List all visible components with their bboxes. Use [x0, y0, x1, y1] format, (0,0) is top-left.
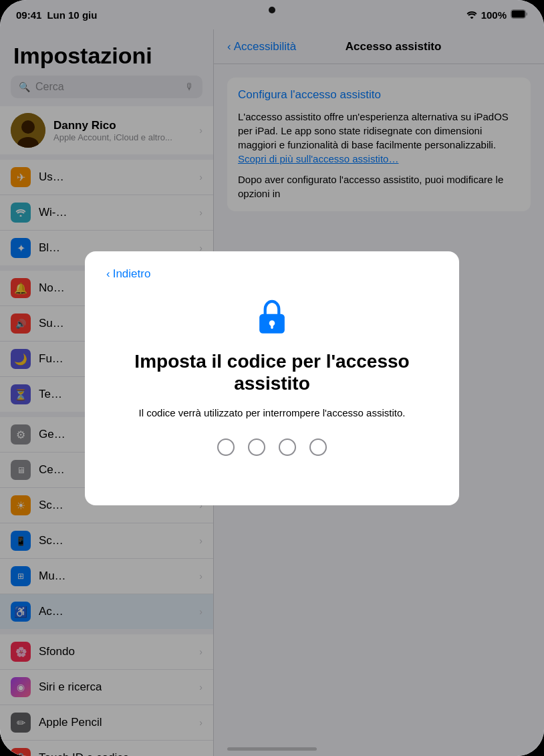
home-indicator [227, 747, 317, 751]
modal-back-button[interactable]: ‹ Indietro [106, 267, 438, 281]
pin-dot-2 [248, 438, 265, 456]
pin-dots [106, 438, 438, 456]
modal-title: Imposta il codice per l'accesso assistit… [106, 350, 438, 395]
ipad-frame: 09:41 Lun 10 giu 100% [0, 0, 544, 756]
pin-dot-1 [217, 438, 235, 456]
modal-dialog: ‹ Indietro Imposta il codice per l'acces… [85, 251, 459, 505]
overlay-backdrop: ‹ Indietro Imposta il codice per l'acces… [0, 0, 544, 756]
modal-lock-icon [106, 297, 438, 337]
modal-back-label: Indietro [113, 267, 151, 281]
modal-description: Il codice verrà utilizzato per interromp… [106, 406, 438, 420]
pin-dot-3 [279, 438, 296, 456]
chevron-left-icon: ‹ [106, 267, 110, 281]
pin-dot-4 [309, 438, 327, 456]
svg-rect-8 [271, 324, 273, 329]
